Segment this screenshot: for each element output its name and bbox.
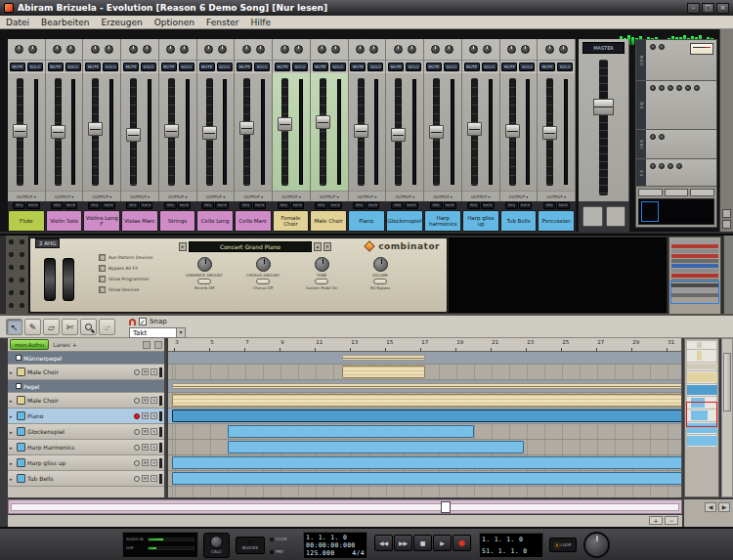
clip-9[interactable]: [172, 472, 682, 485]
header-button[interactable]: [143, 341, 151, 349]
timeline-ruler[interactable]: 35791113151719212325272931: [168, 338, 681, 352]
combinator-option-3[interactable]: Show Programmer: [99, 276, 152, 282]
automation-checkbox[interactable]: [16, 383, 22, 389]
rack-scrollbar[interactable]: [723, 236, 733, 314]
track-mute-button[interactable]: M: [142, 428, 149, 435]
mute-button[interactable]: MUTE: [313, 63, 328, 71]
mute-button[interactable]: MUTE: [161, 63, 177, 71]
disclosure-triangle-icon[interactable]: ▸: [10, 429, 15, 435]
goto-seq-track-button[interactable]: SEQ: [88, 202, 101, 209]
track-mute-button[interactable]: M: [142, 459, 149, 466]
play-button[interactable]: ▶: [433, 535, 452, 551]
solo-button[interactable]: SOLO: [406, 63, 421, 71]
goto-seq-track-button[interactable]: SEQ: [467, 202, 480, 209]
output-selector[interactable]: OUTPUT ▾: [462, 191, 499, 201]
sequencer-navigator[interactable]: [684, 338, 719, 497]
view-button[interactable]: [665, 189, 689, 196]
goto-rack-button[interactable]: RACK: [328, 202, 341, 209]
knob[interactable]: [650, 85, 656, 91]
pan-knob[interactable]: [204, 45, 213, 54]
track-mute-button[interactable]: M: [142, 444, 149, 451]
knob[interactable]: [694, 85, 700, 91]
knob[interactable]: [650, 163, 656, 169]
solo-button[interactable]: SOLO: [65, 63, 81, 71]
clip-lane-8[interactable]: [168, 455, 681, 471]
eraser-tool-icon[interactable]: ▱: [43, 319, 60, 335]
pitch-wheel[interactable]: [44, 258, 56, 301]
channel-name-tab[interactable]: Violin Solo: [46, 210, 83, 232]
width-knob[interactable]: [559, 45, 568, 54]
goto-rack-button[interactable]: RACK: [253, 202, 266, 209]
patch-down-button[interactable]: ▾: [323, 242, 331, 251]
mute-button[interactable]: MUTE: [426, 63, 442, 71]
goto-seq-track-button[interactable]: SEQ: [13, 202, 25, 209]
master-tab-button[interactable]: [606, 206, 626, 227]
rotary-knob[interactable]: [197, 257, 212, 272]
rotary-knob[interactable]: [315, 257, 329, 272]
view-button[interactable]: [638, 189, 663, 196]
fader-handle[interactable]: [467, 122, 482, 136]
record-button[interactable]: ●: [453, 535, 471, 551]
output-selector[interactable]: OUTPUT ▾: [500, 191, 538, 201]
record-arm-button[interactable]: [134, 445, 140, 451]
width-knob[interactable]: [408, 45, 416, 54]
fader-handle[interactable]: [429, 125, 444, 139]
signature-display[interactable]: 4/4: [352, 549, 365, 557]
track-mute-button[interactable]: M: [142, 397, 149, 404]
menu-erzeugen[interactable]: Erzeugen: [101, 18, 142, 27]
track-row-1[interactable]: Männerpegel: [8, 352, 164, 365]
clip-lane-1[interactable]: [168, 352, 681, 365]
record-arm-button[interactable]: [134, 476, 140, 482]
track-solo-button[interactable]: S: [151, 444, 157, 451]
snap-checkbox[interactable]: ✓: [139, 318, 147, 325]
width-knob[interactable]: [66, 45, 75, 54]
clip-6[interactable]: [228, 425, 474, 438]
master-fader-handle[interactable]: [593, 99, 614, 115]
goto-seq-track-button[interactable]: SEQ: [315, 202, 327, 209]
mute-button[interactable]: MUTE: [48, 63, 64, 71]
minimize-button[interactable]: –: [687, 3, 700, 14]
width-knob[interactable]: [105, 45, 113, 54]
fader-handle[interactable]: [278, 117, 292, 131]
fader-handle[interactable]: [13, 124, 27, 138]
output-selector[interactable]: OUTPUT ▾: [424, 191, 461, 201]
fader-handle[interactable]: [391, 128, 406, 142]
razor-tool-icon[interactable]: ✄: [62, 319, 78, 335]
goto-rack-button[interactable]: RACK: [26, 202, 39, 209]
song-position-display[interactable]: 1. 1. 1. 0: [306, 534, 365, 541]
fader-handle[interactable]: [316, 115, 330, 129]
goto-rack-button[interactable]: RACK: [519, 202, 532, 209]
pan-knob[interactable]: [394, 45, 403, 54]
mod-wheel[interactable]: [63, 258, 74, 301]
automation-checkbox[interactable]: [16, 355, 22, 361]
scroll-button[interactable]: [722, 220, 731, 229]
view-button[interactable]: [690, 189, 714, 196]
output-selector[interactable]: OUTPUT ▾: [386, 191, 423, 201]
combi-button-1[interactable]: [197, 279, 211, 284]
channel-name-tab[interactable]: Harp gliss up: [462, 210, 499, 232]
right-locator-display[interactable]: 51. 1. 1. 0: [482, 547, 540, 555]
width-knob[interactable]: [483, 45, 492, 54]
patch-up-button[interactable]: ▴: [314, 242, 322, 251]
channel-name-tab[interactable]: Violins Long F: [83, 210, 120, 232]
output-selector[interactable]: OUTPUT ▾: [83, 191, 120, 201]
channel-name-tab[interactable]: Harp harmonics: [424, 210, 461, 232]
fast-forward-button[interactable]: ▶▶: [394, 535, 412, 551]
knob[interactable]: [685, 85, 691, 91]
output-selector[interactable]: OUTPUT ▾: [349, 191, 386, 201]
zoom-out-button[interactable]: −: [665, 516, 678, 525]
output-selector[interactable]: OUTPUT ▾: [273, 191, 310, 201]
clip-7[interactable]: [228, 441, 523, 453]
fader-handle[interactable]: [239, 121, 254, 135]
clip-4[interactable]: [172, 394, 682, 407]
clip-lane-6[interactable]: [168, 424, 681, 440]
width-knob[interactable]: [369, 45, 378, 54]
goto-seq-track-button[interactable]: SEQ: [430, 202, 443, 209]
pan-knob[interactable]: [507, 45, 516, 54]
knob[interactable]: [668, 163, 673, 169]
output-selector[interactable]: OUTPUT ▾: [159, 191, 196, 201]
vertical-scrollbar[interactable]: [721, 338, 733, 497]
output-selector[interactable]: OUTPUT ▾: [311, 191, 348, 201]
knob[interactable]: [676, 163, 682, 169]
scrollbar-thumb[interactable]: [723, 353, 731, 411]
